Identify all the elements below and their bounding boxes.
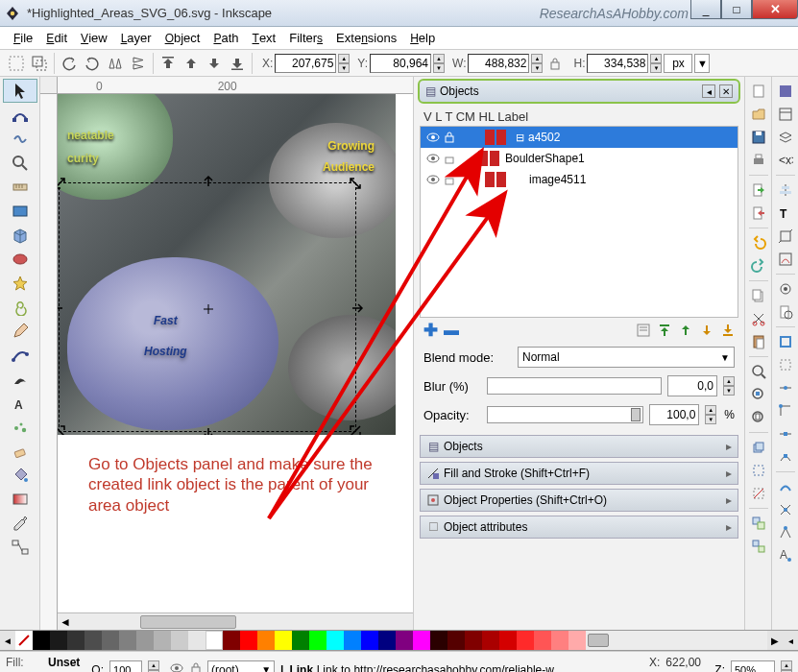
lower-icon[interactable] xyxy=(204,53,225,74)
menu-help[interactable]: Help xyxy=(404,29,441,47)
align-dialog-icon[interactable] xyxy=(775,180,796,201)
color-swatch[interactable] xyxy=(136,631,154,650)
collapse-icon[interactable]: ⊟ xyxy=(514,132,525,144)
color-swatch[interactable] xyxy=(517,631,534,650)
panel-objects-collapsed[interactable]: ▤Objects▸ xyxy=(420,435,738,458)
color-swatch[interactable] xyxy=(292,631,309,650)
copy-icon[interactable] xyxy=(748,285,769,306)
color-swatch[interactable] xyxy=(206,631,223,650)
redo-icon[interactable] xyxy=(748,255,769,276)
snap-text-icon[interactable]: A xyxy=(775,545,796,566)
node-tool-icon[interactable] xyxy=(3,103,37,127)
remove-object-button[interactable]: ▬ xyxy=(443,322,460,339)
doc-prefs-icon[interactable] xyxy=(775,301,796,323)
zoom-fit-icon[interactable] xyxy=(748,361,769,382)
collapse-all-icon[interactable] xyxy=(635,322,652,339)
layer-lock-icon[interactable] xyxy=(190,661,202,672)
type-icon[interactable] xyxy=(464,132,475,143)
unit-select[interactable]: px xyxy=(664,54,692,73)
objects-list[interactable]: ⊟ a4502 BoulderShape1 im xyxy=(420,126,738,318)
visibility-icon[interactable] xyxy=(426,153,441,164)
raise-icon[interactable] xyxy=(181,53,202,74)
layers-dialog-icon[interactable] xyxy=(775,127,796,148)
eraser-tool-icon[interactable] xyxy=(3,439,37,463)
prefs-icon[interactable] xyxy=(775,278,796,300)
blend-mode-select[interactable]: Normal▼ xyxy=(518,347,735,368)
ruler-origin-icon[interactable] xyxy=(40,77,58,94)
opacity-shortcut-input[interactable]: 100 xyxy=(109,660,142,673)
h-spinner[interactable]: ▲▼ xyxy=(650,54,662,73)
color-swatch[interactable] xyxy=(378,631,396,650)
menu-object[interactable]: Object xyxy=(159,29,206,47)
color-swatch[interactable] xyxy=(171,631,188,650)
blur-input[interactable]: 0,0 xyxy=(667,375,717,396)
measure-tool-icon[interactable] xyxy=(3,175,37,199)
color-swatch[interactable] xyxy=(396,631,413,650)
add-object-button[interactable]: ✚ xyxy=(422,322,439,339)
move-top-button[interactable] xyxy=(656,322,673,339)
resize-handle-icon[interactable] xyxy=(58,177,66,190)
color-swatch[interactable] xyxy=(413,631,430,650)
maximize-button[interactable]: □ xyxy=(721,0,752,19)
clone-icon[interactable] xyxy=(748,460,769,481)
select-same-icon[interactable] xyxy=(29,53,50,74)
move-up-button[interactable] xyxy=(677,322,694,339)
color-swatch[interactable] xyxy=(50,631,67,650)
menu-view[interactable]: View xyxy=(75,29,113,47)
select-all-layers-icon[interactable] xyxy=(6,53,27,74)
zoom-tool-icon[interactable] xyxy=(3,151,37,175)
color-swatch[interactable] xyxy=(465,631,482,650)
calligraphy-tool-icon[interactable] xyxy=(3,367,37,391)
close-button[interactable]: ✕ xyxy=(752,0,798,19)
move-down-button[interactable] xyxy=(698,322,715,339)
spray-tool-icon[interactable] xyxy=(3,415,37,439)
center-cross-icon[interactable] xyxy=(204,304,217,318)
ellipse-tool-icon[interactable] xyxy=(3,247,37,271)
rotate-ccw-icon[interactable] xyxy=(59,53,80,74)
color-palette[interactable]: ◄ ▶ ◂ xyxy=(0,630,798,651)
tweak-tool-icon[interactable] xyxy=(3,127,37,151)
flip-v-icon[interactable] xyxy=(128,53,149,74)
star-tool-icon[interactable] xyxy=(3,271,37,295)
x-spinner[interactable]: ▲▼ xyxy=(338,54,350,73)
snap-cusp-icon[interactable] xyxy=(775,522,796,543)
panel-fill-stroke-collapsed[interactable]: Fill and Stroke (Shift+Ctrl+F)▸ xyxy=(420,462,738,485)
raise-top-icon[interactable] xyxy=(157,53,179,74)
opacity-spinner[interactable]: ▲▼ xyxy=(705,405,716,424)
resize-handle-icon[interactable] xyxy=(202,426,215,435)
color-swatch[interactable] xyxy=(430,631,447,650)
cut-icon[interactable] xyxy=(748,308,769,329)
highlight-mark[interactable] xyxy=(496,172,506,187)
dropper-tool-icon[interactable] xyxy=(3,511,37,535)
open-icon[interactable] xyxy=(748,104,769,125)
palette-menu-icon[interactable]: ◂ xyxy=(783,631,798,650)
rect-tool-icon[interactable] xyxy=(3,199,37,223)
w-input[interactable]: 488,832 xyxy=(468,54,529,73)
selector-tool-icon[interactable] xyxy=(3,79,37,103)
highlight-mark[interactable] xyxy=(496,130,506,145)
pencil-tool-icon[interactable] xyxy=(3,319,37,343)
menu-extensions[interactable]: Extensions xyxy=(330,29,402,47)
snap-corner-icon[interactable] xyxy=(775,400,796,421)
fill-dialog-icon[interactable] xyxy=(775,81,796,102)
close-panel-icon[interactable]: ✕ xyxy=(719,84,733,98)
color-swatch[interactable] xyxy=(154,631,171,650)
no-color-swatch[interactable] xyxy=(15,631,33,650)
unlink-clone-icon[interactable] xyxy=(748,483,769,504)
duplicate-icon[interactable] xyxy=(748,437,769,458)
menu-filters[interactable]: Filters xyxy=(283,29,328,47)
rotate-cw-icon[interactable] xyxy=(82,53,103,74)
snap-path-icon[interactable] xyxy=(775,476,796,497)
color-swatch[interactable] xyxy=(223,631,240,650)
color-mark[interactable] xyxy=(485,172,495,187)
ungroup-icon[interactable] xyxy=(748,536,769,557)
color-swatch[interactable] xyxy=(102,631,119,650)
fill-value[interactable]: Unset xyxy=(48,656,80,669)
resize-handle-icon[interactable] xyxy=(58,301,64,315)
zoom-draw-icon[interactable] xyxy=(748,384,769,405)
save-icon[interactable] xyxy=(748,127,769,148)
visibility-icon[interactable] xyxy=(426,132,441,143)
color-swatch[interactable] xyxy=(551,631,568,650)
group-icon[interactable] xyxy=(748,513,769,534)
zoom-input[interactable]: 50% xyxy=(731,660,775,673)
